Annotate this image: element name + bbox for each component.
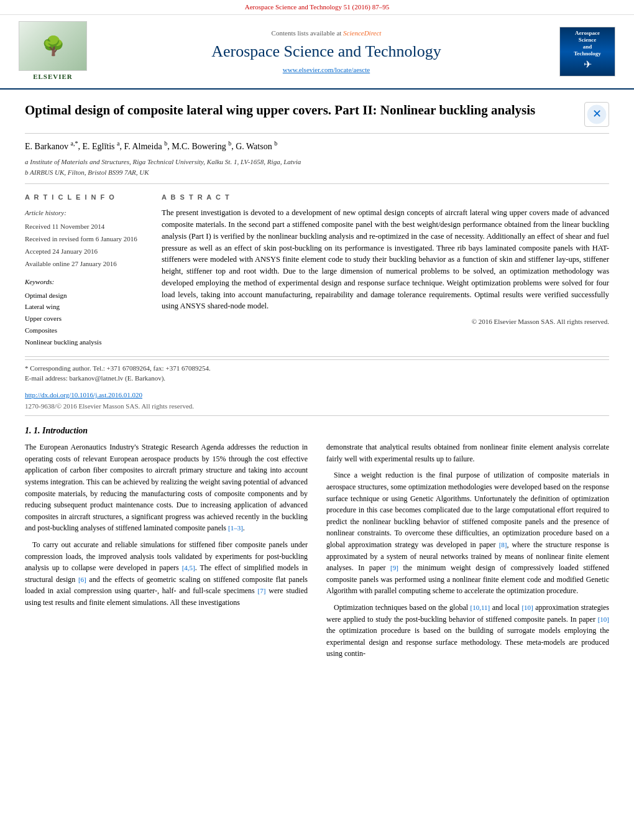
- intro-para-4: Since a weight reduction is the final pu…: [326, 469, 609, 597]
- journal-citation-bar: Aerospace Science and Technology 51 (201…: [0, 0, 634, 15]
- intro-para-5: Optimization techniques based on the glo…: [326, 602, 609, 660]
- ref-1-3[interactable]: [1–3]: [228, 524, 243, 532]
- article-info-label: A R T I C L E I N F O: [25, 193, 149, 202]
- introduction-heading: 1. 1. Introduction: [25, 425, 609, 437]
- received-date: Received 11 November 2014: [25, 223, 104, 230]
- abstract-col: A B S T R A C T The present investigatio…: [162, 193, 609, 348]
- elsevier-logo-area: 🌳 ELSEVIER: [12, 21, 93, 81]
- ref-9[interactable]: [9]: [390, 564, 398, 571]
- intro-para-3: demonstrate that analytical results obta…: [326, 441, 609, 464]
- section-number: 1.: [25, 426, 34, 435]
- svg-text:✕: ✕: [592, 108, 602, 120]
- keywords-list: Optimal design Lateral wing Upper covers…: [25, 290, 149, 348]
- intro-para-2: To carry out accurate and reliable simul…: [25, 539, 308, 609]
- airplane-icon: ✈: [584, 58, 592, 72]
- ref-7[interactable]: [7]: [258, 587, 266, 594]
- info-abstract-section: A R T I C L E I N F O Article history: R…: [25, 184, 609, 357]
- affiliation-a: a Institute of Materials and Structures,…: [25, 157, 609, 167]
- journal-url[interactable]: www.elsevier.com/locate/aescte: [93, 65, 559, 75]
- copyright-line: © 2016 Elsevier Masson SAS. All rights r…: [162, 317, 609, 326]
- article-title-section: Optimal design of composite lateral wing…: [25, 90, 609, 134]
- sciencedirect-line: Contents lists available at ScienceDirec…: [93, 29, 559, 38]
- sciencedirect-link[interactable]: ScienceDirect: [343, 29, 381, 37]
- article-title: Optimal design of composite lateral wing…: [25, 102, 578, 119]
- introduction-section: 1. 1. Introduction The European Aeronaut…: [25, 416, 609, 673]
- article-history-label: Article history:: [25, 207, 149, 219]
- ref-10-11[interactable]: [10,11]: [471, 604, 490, 611]
- abstract-text: The present investigation is devoted to …: [162, 207, 609, 312]
- elsevier-logo-image: 🌳: [19, 21, 87, 71]
- journal-logo-box: Aerospace Science and Technology ✈: [559, 27, 615, 76]
- author-list: E. Barkanov a,*, E. Eglītis a, F. Almeid…: [25, 140, 609, 153]
- keyword-3: Upper covers: [25, 315, 62, 322]
- doi-copyright: 1270-9638/© 2016 Elsevier Masson SAS. Al…: [25, 402, 609, 411]
- doi-link[interactable]: http://dx.doi.org/10.1016/j.ast.2016.01.…: [25, 391, 142, 399]
- keywords-label: Keywords:: [25, 277, 149, 287]
- crossmark-badge: ✕: [584, 102, 609, 127]
- introduction-right-col: demonstrate that analytical results obta…: [326, 441, 609, 665]
- ref-10c[interactable]: [10]: [598, 616, 609, 623]
- journal-logo-area: Aerospace Science and Technology ✈: [559, 27, 622, 76]
- abstract-label: A B S T R A C T: [162, 193, 609, 202]
- journal-logo-title: Aerospace Science and Technology: [574, 30, 601, 57]
- affiliations: a Institute of Materials and Structures,…: [25, 157, 609, 177]
- keywords-section: Keywords: Optimal design Lateral wing Up…: [25, 277, 149, 348]
- journal-citation-text: Aerospace Science and Technology 51 (201…: [245, 3, 389, 11]
- keyword-4: Composites: [25, 326, 57, 334]
- journal-header: 🌳 ELSEVIER Contents lists available at S…: [0, 15, 634, 89]
- tree-icon: 🌳: [42, 33, 65, 59]
- authors-section: E. Barkanov a,*, E. Eglītis a, F. Almeid…: [25, 134, 609, 184]
- keyword-5: Nonlinear buckling analysis: [25, 338, 101, 346]
- crossmark-icon: ✕: [587, 104, 607, 124]
- journal-title-area: Contents lists available at ScienceDirec…: [93, 29, 559, 75]
- ref-8[interactable]: [8]: [499, 541, 507, 548]
- section-title: 1. Introduction: [34, 426, 88, 435]
- journal-title: Aerospace Science and Technology: [93, 40, 559, 63]
- contents-available-text: Contents lists available at: [272, 29, 342, 37]
- online-date: Available online 27 January 2016: [25, 260, 117, 267]
- affiliation-b: b AIRBUS UK, Filton, Bristol BS99 7AR, U…: [25, 167, 609, 178]
- ref-6[interactable]: [6]: [78, 576, 86, 583]
- doi-section: http://dx.doi.org/10.1016/j.ast.2016.01.…: [25, 385, 609, 416]
- article-title-text: Optimal design of composite lateral wing…: [25, 102, 578, 121]
- keyword-2: Lateral wing: [25, 303, 60, 310]
- ref-10b[interactable]: [10]: [521, 604, 533, 611]
- keyword-1: Optimal design: [25, 292, 67, 299]
- corresponding-author-note: * Corresponding author. Tel.: +371 67089…: [25, 364, 609, 373]
- authors-text: E. Barkanov a,*, E. Eglītis a, F. Almeid…: [25, 142, 277, 151]
- footnote-section: * Corresponding author. Tel.: +371 67089…: [25, 359, 609, 385]
- intro-para-1: The European Aeronautics Industry's Stra…: [25, 441, 308, 534]
- article-content: Optimal design of composite lateral wing…: [0, 90, 634, 673]
- ref-4-5[interactable]: [4,5]: [182, 564, 195, 571]
- article-info-col: A R T I C L E I N F O Article history: R…: [25, 193, 149, 348]
- elsevier-wordmark: ELSEVIER: [33, 72, 73, 81]
- revised-date: Received in revised form 6 January 2016: [25, 235, 137, 242]
- email-note: E-mail address: barkanov@latnet.lv (E. B…: [25, 374, 609, 383]
- introduction-body: The European Aeronautics Industry's Stra…: [25, 441, 609, 665]
- introduction-left-col: The European Aeronautics Industry's Stra…: [25, 441, 308, 665]
- article-history: Article history: Received 11 November 20…: [25, 207, 149, 270]
- elsevier-logo: 🌳 ELSEVIER: [12, 21, 93, 81]
- accepted-date: Accepted 24 January 2016: [25, 247, 98, 255]
